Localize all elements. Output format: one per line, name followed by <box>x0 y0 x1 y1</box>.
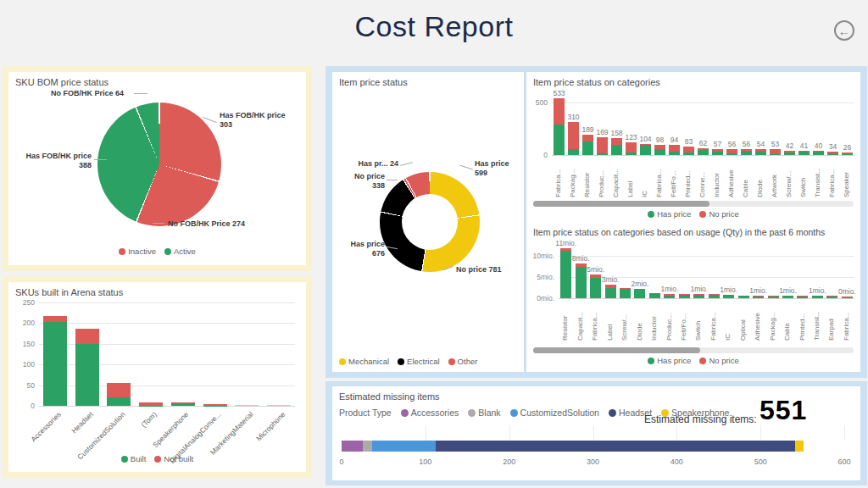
bar-value-label: 2mio. <box>632 280 649 288</box>
bar-value-label: 310 <box>567 113 579 121</box>
bar-ic[interactable]: 104 <box>638 135 653 155</box>
bar-value-label: 1mio. <box>749 286 767 295</box>
bar-value-label: 98 <box>656 136 664 144</box>
bar-cable[interactable]: 56 <box>739 140 754 155</box>
legend-item-built[interactable]: Built <box>121 454 146 463</box>
category-label-cell: Microphone <box>263 408 295 453</box>
legend-item-blank[interactable]: Blank <box>468 408 500 418</box>
bar-capacit[interactable]: 158 <box>609 129 624 155</box>
bar-adhesive[interactable]: 1mio. <box>751 286 765 298</box>
bar-digitalanalogconve[interactable] <box>199 404 231 406</box>
segment-headset[interactable] <box>436 441 795 452</box>
bar-value-label: 41 <box>800 141 808 150</box>
legend-item-inactive[interactable]: Inactive <box>119 247 156 256</box>
bar-customizedsolution[interactable] <box>103 383 136 406</box>
legend-item-has-price[interactable]: Has price <box>648 209 691 219</box>
bar-speakerphone[interactable] <box>167 402 199 406</box>
category-label: Fabrica... <box>843 300 851 341</box>
bar-stack <box>654 145 665 155</box>
bar-fabrica[interactable]: 533 <box>552 89 566 155</box>
legend-item-has-price[interactable]: Has price <box>648 356 691 365</box>
bar-segment-no <box>554 98 565 124</box>
segment-customizedsolution[interactable] <box>372 441 436 452</box>
bar-resistor[interactable]: 11mio. <box>559 239 573 298</box>
bar-segment-yes <box>712 152 723 155</box>
arena-bar-plot[interactable]: 050100150200250 <box>39 302 295 407</box>
bar-label[interactable]: 123 <box>624 133 638 155</box>
category-label-cell: Conne... <box>696 157 710 199</box>
bar-cable[interactable]: 1mio. <box>781 286 795 298</box>
bar-speaker[interactable]: 26 <box>840 143 854 155</box>
bar-segment-yes <box>669 152 680 156</box>
bar-value-label: 40 <box>815 141 822 150</box>
bar-stack <box>709 294 720 298</box>
legend-item-electrical[interactable]: Electrical <box>398 357 440 366</box>
report-header: Cost Report ← <box>0 0 868 59</box>
legend-item-active[interactable]: Active <box>164 247 196 256</box>
segment-blank[interactable] <box>363 441 372 452</box>
bar-accessories[interactable] <box>39 316 71 406</box>
segment-speakerphone[interactable] <box>795 441 804 452</box>
bar-microphone[interactable] <box>263 405 295 406</box>
bar-value-label: 56 <box>743 140 750 148</box>
bar-value-label: 11mio. <box>555 239 576 247</box>
bar-capacit[interactable]: 8mio. <box>573 254 587 299</box>
pie-label-has-fob-303: Has FOB/HK price 303 <box>220 111 286 130</box>
bar-produc[interactable]: 1mio. <box>662 285 676 298</box>
usage-h-scrollbar[interactable] <box>533 347 854 353</box>
bar-stack <box>842 297 853 298</box>
y-axis-tick-label: 200 <box>23 319 35 327</box>
bar-produc[interactable]: 169 <box>595 128 609 155</box>
legend-item-accessories[interactable]: Accessories <box>401 408 459 418</box>
y-axis-tick-label: 500 <box>536 98 548 107</box>
scrollbar-thumb[interactable] <box>533 347 700 353</box>
bar-inductor[interactable]: 57 <box>710 140 725 155</box>
bar-transist[interactable]: 1mio. <box>810 286 825 298</box>
bar-fabrica[interactable]: 98 <box>653 136 667 155</box>
segment-accessories[interactable] <box>342 441 363 452</box>
bar-printed[interactable]: 83 <box>682 137 696 155</box>
label-leader-line <box>400 162 413 166</box>
category-label: Diode <box>757 157 765 197</box>
legend-item-customizedsolution[interactable]: CustomizedSolution <box>510 408 599 418</box>
bar-adhesive[interactable]: 56 <box>725 140 739 155</box>
legend-item-not-built[interactable]: Not built <box>154 454 193 463</box>
y-axis-tick-label: 150 <box>23 340 35 348</box>
bar-artwork[interactable]: 53 <box>768 140 782 155</box>
bar-conne[interactable]: 62 <box>696 139 710 155</box>
scrollbar-thumb[interactable] <box>533 201 709 207</box>
back-button[interactable]: ← <box>834 20 854 41</box>
legend-item-mechanical[interactable]: Mechanical <box>339 357 389 366</box>
missing-stacked-bar[interactable] <box>342 441 844 452</box>
usage-bar-plot[interactable]: 0mio.5mio.10mio.11mio.8mio.5mio.3mio.2mi… <box>559 244 854 299</box>
bar-feltfo[interactable]: 94 <box>667 136 682 155</box>
bar-resistor[interactable]: 189 <box>581 125 595 155</box>
legend-item-no-price[interactable]: No price <box>699 209 738 219</box>
sku-bom-pie-chart[interactable] <box>97 103 221 226</box>
bar-headset[interactable] <box>71 329 103 406</box>
bar-switch[interactable]: 41 <box>797 141 811 155</box>
bar-transist[interactable]: 40 <box>811 141 826 155</box>
bar-stack <box>782 296 793 298</box>
bar-segment-yes <box>597 153 608 155</box>
bar-segment-yes <box>723 295 734 299</box>
bar-screw[interactable]: 42 <box>782 141 797 155</box>
bar-packag[interactable]: 310 <box>566 113 581 155</box>
legend-item-other[interactable]: Other <box>448 357 478 366</box>
bar-diode[interactable]: 2mio. <box>632 280 647 299</box>
bar-marketingmaterial[interactable] <box>231 405 264 406</box>
category-label: Printed... <box>685 157 693 197</box>
bar-fabrica[interactable]: 34 <box>826 142 840 155</box>
categories-h-scrollbar[interactable] <box>533 201 854 207</box>
bar-label[interactable]: 3mio. <box>603 275 617 299</box>
bar-diode[interactable]: 54 <box>754 140 768 155</box>
categories-bar-plot[interactable]: 0500533310189169158123104989483625756565… <box>552 96 854 156</box>
missing-items-card: Estimated missing items Product Type Acc… <box>332 386 860 480</box>
legend-item-no-price[interactable]: No price <box>699 356 738 365</box>
bar-ic[interactable]: 1mio. <box>721 286 736 299</box>
item-price-donut-chart[interactable] <box>380 172 480 272</box>
bar-fabrica[interactable]: 0mio. <box>840 287 854 298</box>
bar-switch[interactable]: 1mio. <box>692 285 706 298</box>
category-label: (Tom) <box>140 410 159 429</box>
bar-tom[interactable] <box>135 402 167 406</box>
